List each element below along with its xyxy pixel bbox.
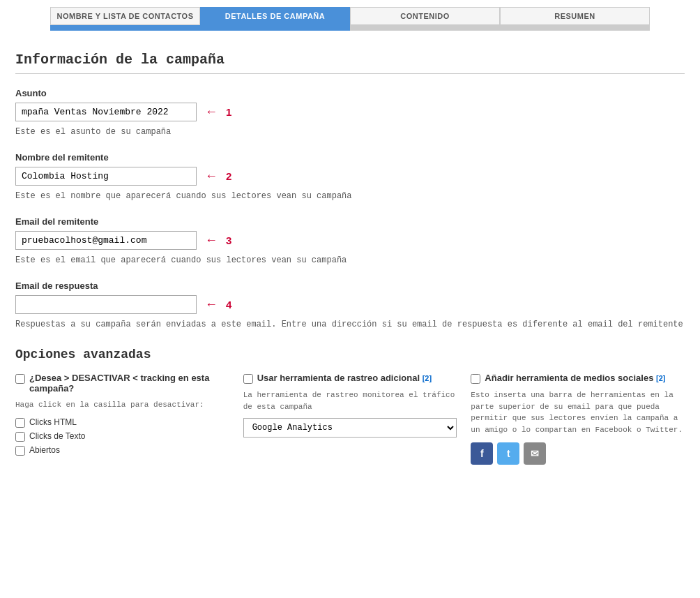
email-respuesta-label: Email de respuesta <box>15 281 685 291</box>
annotation-4: 4 <box>226 299 231 311</box>
social-badge[interactable]: [2] <box>656 374 665 382</box>
asunto-hint: Este es el asunto de su campaña <box>15 126 685 138</box>
twitter-icon[interactable]: t <box>497 442 519 465</box>
list-item: Abiertos <box>15 444 229 456</box>
advanced-col-rastreo: Usar herramienta de rastreo adicional [2… <box>243 373 457 465</box>
email-remitente-hint: Este es el email que aparecerá cuando su… <box>15 254 685 267</box>
step-resumen[interactable]: RESUMEN <box>500 7 650 25</box>
advanced-col-social: Añadir herramienta de medios sociales [2… <box>471 373 685 465</box>
nombre-remitente-label: Nombre del remitente <box>15 152 685 163</box>
wizard-steps: NOMBRE Y LISTA DE CONTACTOS DETALLES DE … <box>50 7 650 31</box>
social-checkbox[interactable] <box>471 374 480 384</box>
clicks-texto-label: Clicks de Texto <box>29 431 85 441</box>
annotation-3: 3 <box>226 234 231 246</box>
email-respuesta-input[interactable] <box>15 295 197 314</box>
nombre-remitente-hint: Este es el nombre que aparecerá cuando s… <box>15 190 685 202</box>
email-share-icon[interactable]: ✉ <box>524 442 546 465</box>
annotation-1: 1 <box>226 106 231 118</box>
arrow-2: ← <box>205 169 218 184</box>
rastreo-col-title: Usar herramienta de rastreo adicional [2… <box>257 373 432 383</box>
section-info-title: Información de la campaña <box>15 52 685 74</box>
field-group-email-respuesta: Email de respuesta ← 4 Respuestas a su c… <box>15 281 685 331</box>
progress-step1 <box>50 25 200 31</box>
email-remitente-label: Email del remitente <box>15 216 685 227</box>
field-group-email-remitente: Email del remitente ← 3 Este es el email… <box>15 216 685 267</box>
abiertos-label: Abiertos <box>29 445 60 455</box>
clicks-html-label: Clicks HTML <box>29 417 77 427</box>
annotation-2: 2 <box>226 170 231 182</box>
progress-step4 <box>500 25 650 31</box>
abiertos-checkbox[interactable] <box>15 446 25 456</box>
field-group-nombre-remitente: Nombre del remitente ← 2 Este es el nomb… <box>15 152 685 202</box>
advanced-grid: ¿Desea > DESACTIVAR < tracking en esta c… <box>15 373 685 465</box>
arrow-3: ← <box>205 233 218 248</box>
facebook-icon[interactable]: f <box>471 442 493 465</box>
arrow-4: ← <box>205 297 218 312</box>
tracking-description: Haga click en la casilla para desactivar… <box>15 399 229 411</box>
step-nombre[interactable]: NOMBRE Y LISTA DE CONTACTOS <box>50 7 200 25</box>
tracking-checkbox[interactable] <box>15 374 25 384</box>
progress-step3 <box>350 25 500 31</box>
advanced-section-title: Opciones avanzadas <box>15 347 685 361</box>
list-item: Clicks de Texto <box>15 431 229 442</box>
step-contenido[interactable]: CONTENIDO <box>350 7 500 25</box>
social-icons-row: f t ✉ <box>471 442 685 465</box>
clicks-html-checkbox[interactable] <box>15 418 25 428</box>
step-detalles[interactable]: DETALLES DE CAMPAÑA <box>200 7 350 25</box>
progress-step2 <box>200 25 350 31</box>
tracking-col-title: ¿Desea > DESACTIVAR < tracking en esta c… <box>29 373 229 394</box>
rastreo-checkbox[interactable] <box>243 374 253 384</box>
advanced-col-tracking: ¿Desea > DESACTIVAR < tracking en esta c… <box>15 373 229 465</box>
social-description: Esto inserta una barra de herramientas e… <box>471 389 685 435</box>
field-group-asunto: Asunto ← 1 Este es el asunto de su campa… <box>15 88 685 138</box>
arrow-1: ← <box>205 105 218 119</box>
nombre-remitente-input[interactable] <box>15 167 197 186</box>
list-item: Clicks HTML <box>15 417 229 428</box>
rastreo-description: La herramienta de rastreo monitorea el t… <box>243 389 457 412</box>
email-respuesta-hint: Respuestas a su campaña serán enviadas a… <box>15 318 685 331</box>
tracking-items-list: Clicks HTML Clicks de Texto Abiertos <box>15 417 229 456</box>
social-col-title: Añadir herramienta de medios sociales [2… <box>485 373 665 383</box>
asunto-label: Asunto <box>15 88 685 98</box>
rastreo-badge[interactable]: [2] <box>423 374 432 382</box>
email-remitente-input[interactable] <box>15 231 197 250</box>
clicks-texto-checkbox[interactable] <box>15 432 25 442</box>
asunto-input[interactable] <box>15 103 197 121</box>
rastreo-dropdown[interactable]: Google Analytics Ninguno <box>243 418 457 438</box>
